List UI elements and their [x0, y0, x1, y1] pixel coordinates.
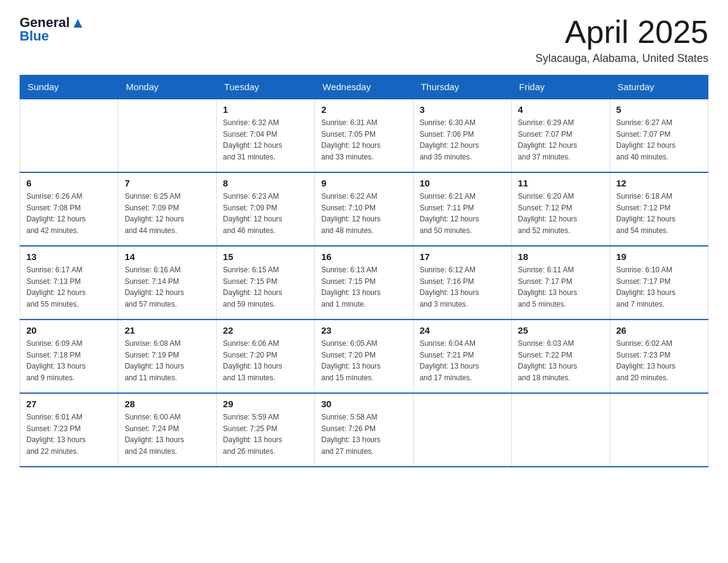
calendar-cell: 22Sunrise: 6:06 AM Sunset: 7:20 PM Dayli… [216, 320, 314, 393]
calendar-cell [20, 99, 118, 172]
day-number: 23 [321, 325, 406, 335]
month-title: April 2025 [536, 15, 708, 50]
day-info: Sunrise: 6:12 AM Sunset: 7:16 PM Dayligh… [420, 264, 505, 310]
day-number: 19 [616, 251, 702, 262]
day-info: Sunrise: 5:59 AM Sunset: 7:25 PM Dayligh… [223, 412, 308, 457]
day-number: 22 [223, 325, 308, 335]
calendar-cell [413, 393, 511, 467]
calendar-week-row: 20Sunrise: 6:09 AM Sunset: 7:18 PM Dayli… [20, 320, 708, 393]
calendar-cell: 19Sunrise: 6:10 AM Sunset: 7:17 PM Dayli… [610, 246, 708, 320]
calendar-cell: 20Sunrise: 6:09 AM Sunset: 7:18 PM Dayli… [20, 320, 118, 393]
day-number: 14 [124, 251, 210, 262]
column-header-saturday: Saturday [610, 75, 708, 99]
column-header-friday: Friday [512, 75, 610, 99]
day-info: Sunrise: 6:02 AM Sunset: 7:23 PM Dayligh… [616, 338, 702, 383]
day-info: Sunrise: 6:20 AM Sunset: 7:12 PM Dayligh… [518, 191, 603, 236]
day-number: 16 [321, 251, 406, 262]
day-info: Sunrise: 6:10 AM Sunset: 7:17 PM Dayligh… [616, 264, 702, 310]
day-info: Sunrise: 6:27 AM Sunset: 7:07 PM Dayligh… [616, 117, 702, 163]
day-number: 4 [518, 104, 603, 115]
day-number: 5 [616, 104, 702, 115]
calendar-cell: 25Sunrise: 6:03 AM Sunset: 7:22 PM Dayli… [512, 320, 610, 393]
calendar-cell: 18Sunrise: 6:11 AM Sunset: 7:17 PM Dayli… [512, 246, 610, 320]
calendar-cell: 30Sunrise: 5:58 AM Sunset: 7:26 PM Dayli… [315, 393, 413, 467]
location-subtitle: Sylacauga, Alabama, United States [536, 52, 708, 65]
day-info: Sunrise: 6:03 AM Sunset: 7:22 PM Dayligh… [518, 338, 603, 383]
calendar-cell: 12Sunrise: 6:18 AM Sunset: 7:12 PM Dayli… [610, 172, 708, 246]
calendar-cell [118, 99, 216, 172]
logo-blue: Blue [20, 28, 49, 44]
column-header-tuesday: Tuesday [216, 75, 314, 99]
logo-triangle-icon [71, 17, 85, 30]
day-number: 27 [26, 399, 112, 409]
title-block: April 2025 Sylacauga, Alabama, United St… [536, 15, 708, 65]
day-number: 7 [124, 178, 210, 188]
day-number: 24 [420, 325, 505, 335]
calendar-cell: 7Sunrise: 6:25 AM Sunset: 7:09 PM Daylig… [118, 172, 216, 246]
calendar-cell: 17Sunrise: 6:12 AM Sunset: 7:16 PM Dayli… [413, 246, 511, 320]
column-header-monday: Monday [118, 75, 216, 99]
day-number: 11 [518, 178, 603, 188]
logo: General Blue [20, 15, 85, 44]
day-info: Sunrise: 6:29 AM Sunset: 7:07 PM Dayligh… [518, 117, 603, 163]
calendar-cell: 26Sunrise: 6:02 AM Sunset: 7:23 PM Dayli… [610, 320, 708, 393]
calendar-cell: 15Sunrise: 6:15 AM Sunset: 7:15 PM Dayli… [216, 246, 314, 320]
calendar-week-row: 27Sunrise: 6:01 AM Sunset: 7:23 PM Dayli… [20, 393, 708, 467]
day-info: Sunrise: 6:13 AM Sunset: 7:15 PM Dayligh… [321, 264, 406, 310]
day-info: Sunrise: 6:09 AM Sunset: 7:18 PM Dayligh… [26, 338, 112, 383]
day-number: 26 [616, 325, 702, 335]
day-number: 29 [223, 399, 308, 409]
day-number: 30 [321, 399, 406, 409]
svg-marker-0 [74, 19, 82, 28]
day-number: 12 [616, 178, 702, 188]
calendar-table: SundayMondayTuesdayWednesdayThursdayFrid… [20, 75, 708, 467]
day-info: Sunrise: 6:26 AM Sunset: 7:08 PM Dayligh… [26, 191, 112, 236]
day-info: Sunrise: 6:30 AM Sunset: 7:06 PM Dayligh… [420, 117, 505, 163]
day-info: Sunrise: 5:58 AM Sunset: 7:26 PM Dayligh… [321, 412, 406, 457]
calendar-week-row: 6Sunrise: 6:26 AM Sunset: 7:08 PM Daylig… [20, 172, 708, 246]
calendar-cell: 2Sunrise: 6:31 AM Sunset: 7:05 PM Daylig… [315, 99, 413, 172]
calendar-week-row: 13Sunrise: 6:17 AM Sunset: 7:13 PM Dayli… [20, 246, 708, 320]
day-info: Sunrise: 6:08 AM Sunset: 7:19 PM Dayligh… [124, 338, 210, 383]
day-number: 1 [223, 104, 308, 115]
day-number: 2 [321, 104, 406, 115]
calendar-cell: 9Sunrise: 6:22 AM Sunset: 7:10 PM Daylig… [315, 172, 413, 246]
day-number: 20 [26, 325, 112, 335]
day-number: 3 [420, 104, 505, 115]
calendar-cell: 3Sunrise: 6:30 AM Sunset: 7:06 PM Daylig… [413, 99, 511, 172]
calendar-cell: 16Sunrise: 6:13 AM Sunset: 7:15 PM Dayli… [315, 246, 413, 320]
day-number: 13 [26, 251, 112, 262]
day-number: 10 [420, 178, 505, 188]
day-info: Sunrise: 6:25 AM Sunset: 7:09 PM Dayligh… [124, 191, 210, 236]
day-info: Sunrise: 6:23 AM Sunset: 7:09 PM Dayligh… [223, 191, 308, 236]
day-number: 28 [124, 399, 210, 409]
day-number: 25 [518, 325, 603, 335]
day-info: Sunrise: 6:17 AM Sunset: 7:13 PM Dayligh… [26, 264, 112, 310]
calendar-cell: 29Sunrise: 5:59 AM Sunset: 7:25 PM Dayli… [216, 393, 314, 467]
calendar-cell: 10Sunrise: 6:21 AM Sunset: 7:11 PM Dayli… [413, 172, 511, 246]
page-header: General Blue April 2025 Sylacauga, Alaba… [20, 15, 708, 65]
calendar-cell: 24Sunrise: 6:04 AM Sunset: 7:21 PM Dayli… [413, 320, 511, 393]
calendar-cell: 6Sunrise: 6:26 AM Sunset: 7:08 PM Daylig… [20, 172, 118, 246]
day-info: Sunrise: 6:11 AM Sunset: 7:17 PM Dayligh… [518, 264, 603, 310]
calendar-cell: 13Sunrise: 6:17 AM Sunset: 7:13 PM Dayli… [20, 246, 118, 320]
day-number: 21 [124, 325, 210, 335]
calendar-cell: 27Sunrise: 6:01 AM Sunset: 7:23 PM Dayli… [20, 393, 118, 467]
day-info: Sunrise: 6:21 AM Sunset: 7:11 PM Dayligh… [420, 191, 505, 236]
day-number: 9 [321, 178, 406, 188]
day-number: 15 [223, 251, 308, 262]
calendar-cell: 21Sunrise: 6:08 AM Sunset: 7:19 PM Dayli… [118, 320, 216, 393]
day-info: Sunrise: 6:31 AM Sunset: 7:05 PM Dayligh… [321, 117, 406, 163]
calendar-cell: 1Sunrise: 6:32 AM Sunset: 7:04 PM Daylig… [216, 99, 314, 172]
day-number: 6 [26, 178, 112, 188]
day-info: Sunrise: 6:22 AM Sunset: 7:10 PM Dayligh… [321, 191, 406, 236]
day-info: Sunrise: 6:04 AM Sunset: 7:21 PM Dayligh… [420, 338, 505, 383]
column-header-wednesday: Wednesday [315, 75, 413, 99]
calendar-cell: 5Sunrise: 6:27 AM Sunset: 7:07 PM Daylig… [610, 99, 708, 172]
day-info: Sunrise: 6:05 AM Sunset: 7:20 PM Dayligh… [321, 338, 406, 383]
day-number: 8 [223, 178, 308, 188]
calendar-cell: 4Sunrise: 6:29 AM Sunset: 7:07 PM Daylig… [512, 99, 610, 172]
day-number: 17 [420, 251, 505, 262]
calendar-cell: 8Sunrise: 6:23 AM Sunset: 7:09 PM Daylig… [216, 172, 314, 246]
calendar-cell: 11Sunrise: 6:20 AM Sunset: 7:12 PM Dayli… [512, 172, 610, 246]
